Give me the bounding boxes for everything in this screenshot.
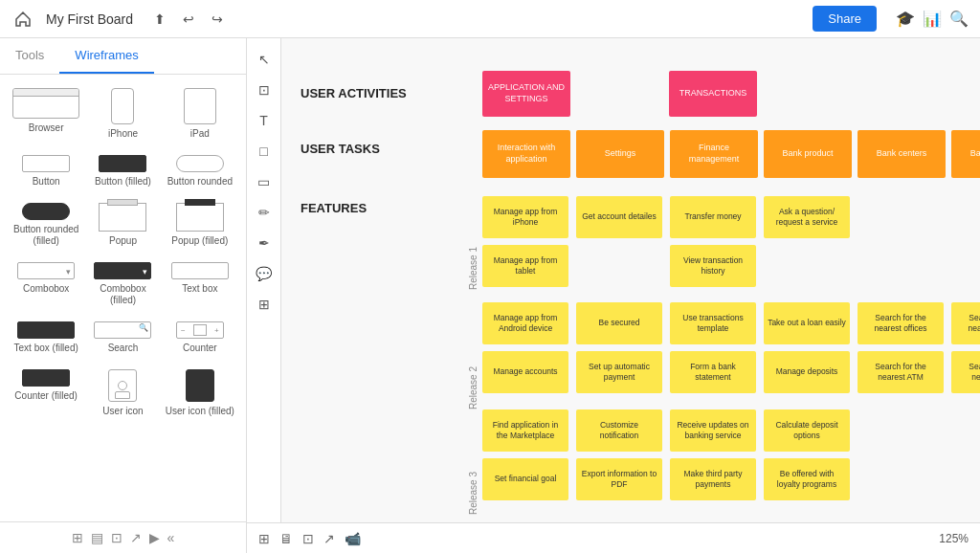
undo-button[interactable]: ↩ (177, 10, 200, 29)
popup-filled-icon (176, 203, 224, 232)
chart-icon[interactable]: 📊 (923, 10, 942, 28)
redo-button[interactable]: ↪ (206, 10, 229, 29)
note-finance[interactable]: Finance management (670, 130, 758, 178)
layer-icon[interactable]: ▤ (91, 530, 103, 545)
note-automatic-payment[interactable]: Set up automatic payment (576, 351, 662, 393)
pen-tool[interactable]: ✏ (251, 199, 278, 226)
release-1-label: Release 1 (468, 247, 479, 290)
note-search-atm-1[interactable]: Search for the nearest ATM (858, 351, 944, 393)
note-manage-iphone[interactable]: Manage app from iPhone (482, 196, 568, 238)
sidebar-item-user-icon-filled[interactable]: User icon (filled) (164, 365, 236, 421)
ipad-label: iPad (190, 128, 210, 140)
sidebar-item-counter[interactable]: −+ Counter (164, 318, 236, 358)
right-icons: 🎓 📊 🔍 (896, 10, 969, 28)
note-search-offices-2[interactable]: Search for the nearest offices (951, 302, 980, 344)
note-interaction[interactable]: Interaction with application (482, 130, 570, 178)
sidebar-item-button-rounded-filled[interactable]: Button rounded (filled) (10, 199, 82, 251)
topbar: My First Board ⬆ ↩ ↪ Share 🎓 📊 🔍 (0, 0, 980, 38)
sidebar-item-textbox-filled[interactable]: Text box (filled) (10, 318, 82, 358)
note-be-secured[interactable]: Be secured (576, 302, 662, 344)
sidebar-item-iphone[interactable]: iPhone (86, 84, 159, 144)
sidebar-item-textbox[interactable]: Text box (164, 258, 236, 310)
sidebar-item-combobox-filled[interactable]: Combobox (filled) (86, 258, 159, 310)
note-search-offices-1[interactable]: Search for the nearest offices (858, 302, 944, 344)
search-icon[interactable]: 🔍 (949, 10, 969, 28)
note-bank-centers-1[interactable]: Bank centers (858, 130, 946, 178)
note-manage-accounts[interactable]: Manage accounts (482, 351, 568, 393)
note-bank-centers-2[interactable]: Bank centers (951, 130, 980, 178)
note-third-party[interactable]: Make third party payments (670, 458, 756, 500)
tab-wireframes[interactable]: Wireframes (59, 38, 153, 74)
graduation-icon[interactable]: 🎓 (896, 10, 915, 28)
sidebar-item-button-filled[interactable]: Button (filled) (86, 151, 159, 191)
present-icon[interactable]: ⊡ (302, 531, 314, 546)
export-icon[interactable]: ↗ (130, 530, 142, 545)
sidebar-item-browser[interactable]: Browser (10, 84, 82, 144)
note-updates[interactable]: Receive updates on banking service (670, 409, 756, 452)
user-tasks-label: USER TASKS (301, 142, 380, 156)
sidebar-item-combobox[interactable]: Combobox (10, 258, 82, 310)
frame-icon[interactable]: ⊡ (111, 530, 122, 545)
sidebar-item-button-rounded[interactable]: Button rounded (164, 151, 236, 191)
note-export-pdf[interactable]: Export information to PDF (576, 458, 662, 500)
sidebar-item-popup[interactable]: Popup (86, 199, 159, 251)
note-notification[interactable]: Customize notification (576, 409, 662, 452)
note-app-settings[interactable]: APPLICATION AND SETTINGS (482, 71, 570, 117)
comment-tool[interactable]: 💬 (251, 260, 278, 287)
textbox-label: Text box (182, 283, 217, 295)
upload-button[interactable]: ⬆ (148, 10, 171, 29)
counter-icon: −+ (176, 321, 224, 339)
home-icon[interactable] (11, 8, 34, 31)
sidebar-item-search[interactable]: Search (86, 318, 159, 358)
note-settings[interactable]: Settings (576, 130, 664, 178)
button-filled-icon (99, 155, 146, 172)
note-loan[interactable]: Take out a loan easily (764, 302, 850, 344)
cursor-tool[interactable]: ↖ (251, 46, 278, 73)
sidebar-item-popup-filled[interactable]: Popup (filled) (164, 199, 236, 251)
bottom-toolbar: ⊞ 🖥 ⊡ ↗ 📹 125% (247, 522, 980, 553)
cam-icon[interactable]: 📹 (345, 531, 361, 546)
grid-tool[interactable]: ⊞ (251, 291, 278, 318)
note-transfer[interactable]: Transfer money (670, 196, 756, 238)
main-layout: Tools Wireframes Browser iPhone iPad (0, 38, 980, 553)
rect-tool[interactable]: ▭ (251, 168, 278, 195)
sidebar-item-user-icon[interactable]: User icon (86, 365, 159, 421)
share-button[interactable]: Share (813, 6, 877, 32)
button-label: Button (33, 176, 60, 188)
pencil-tool[interactable]: ✒ (251, 230, 278, 256)
note-marketplace[interactable]: Find application in the Marketplace (482, 409, 568, 452)
note-deposit-options[interactable]: Calculate deposit options (764, 409, 850, 452)
note-ask-question[interactable]: Ask a question/ request a service (764, 196, 850, 238)
search-label: Search (108, 343, 139, 354)
video-icon[interactable]: ▶ (149, 530, 160, 545)
zoom-display: 125% (939, 532, 969, 545)
text-tool[interactable]: T (251, 107, 278, 134)
sidebar-item-ipad[interactable]: iPad (164, 84, 236, 144)
note-loyalty[interactable]: Be offered with loyalty programs (764, 458, 850, 500)
collapse-icon[interactable]: « (167, 530, 175, 545)
share-bottom-icon[interactable]: ↗ (323, 531, 335, 546)
note-manage-deposits[interactable]: Manage deposits (764, 351, 850, 393)
note-bank-statement[interactable]: Form a bank statement (670, 351, 756, 393)
counter-label: Counter (183, 343, 217, 354)
note-financial-goal[interactable]: Set financial goal (482, 458, 568, 500)
tab-tools[interactable]: Tools (0, 38, 59, 74)
sidebar-item-counter-filled[interactable]: Counter (filled) (10, 365, 82, 421)
user-activities-label: USER ACTIVITIES (301, 86, 407, 100)
frame-tool[interactable]: ⊡ (251, 77, 278, 103)
grid-icon[interactable]: ⊞ (72, 530, 83, 545)
note-transactions[interactable]: TRANSACTIONS (669, 71, 757, 117)
note-manage-android[interactable]: Manage app from Android device (482, 302, 568, 344)
monitor-icon[interactable]: 🖥 (279, 531, 293, 546)
note-bank-product[interactable]: Bank product (764, 130, 852, 178)
note-transactions-template[interactable]: Use transactions template (670, 302, 756, 344)
grid-bottom-icon[interactable]: ⊞ (258, 531, 270, 546)
canvas[interactable]: USER ACTIVITIES APPLICATION AND SETTINGS… (281, 38, 980, 553)
note-view-history[interactable]: View transaction history (670, 245, 756, 287)
sidebar: Tools Wireframes Browser iPhone iPad (0, 38, 247, 553)
note-get-account[interactable]: Get account detailes (576, 196, 662, 238)
note-search-atm-2[interactable]: Search for the nearest ATM (951, 351, 980, 393)
shape-tool[interactable]: □ (251, 138, 278, 165)
sidebar-item-button[interactable]: Button (10, 151, 82, 191)
note-manage-tablet[interactable]: Manage app from tablet (482, 245, 568, 287)
